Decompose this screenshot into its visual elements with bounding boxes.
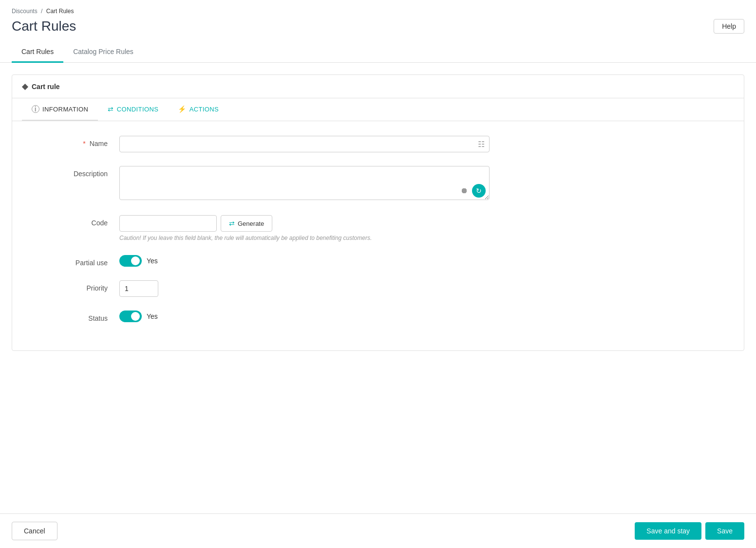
tab-cart-rules[interactable]: Cart Rules <box>12 42 63 63</box>
inner-tab-conditions-label: CONDITIONS <box>117 106 159 113</box>
code-field-control: ⇄ Generate Caution! If you leave this fi… <box>119 215 490 241</box>
breadcrumb-parent[interactable]: Discounts <box>12 8 38 15</box>
page-title: Cart Rules <box>12 18 76 34</box>
name-row: * Name ☷ <box>32 136 724 152</box>
partial-use-row: Partial use Yes <box>32 255 724 267</box>
inner-tab-information-label: INFORMATION <box>42 106 88 113</box>
status-toggle-row: Yes <box>119 311 490 322</box>
textarea-actions: ⏺ ↻ <box>459 184 486 198</box>
status-row: Status Yes <box>32 311 724 322</box>
footer-actions: Cancel Save and stay Save <box>0 513 756 548</box>
name-label: * Name <box>32 136 119 147</box>
name-input-wrapper: ☷ <box>119 136 490 152</box>
card-header: ◆ Cart rule <box>12 75 744 98</box>
power-button[interactable]: ⏺ <box>459 185 469 196</box>
status-slider <box>119 311 142 322</box>
partial-use-toggle[interactable] <box>119 255 142 267</box>
description-label: Description <box>32 166 119 178</box>
code-label: Code <box>32 215 119 227</box>
partial-use-value: Yes <box>147 257 158 265</box>
status-value: Yes <box>147 312 158 320</box>
priority-label: Priority <box>32 280 119 292</box>
priority-input[interactable] <box>119 280 158 297</box>
priority-row: Priority <box>32 280 724 297</box>
save-stay-button[interactable]: Save and stay <box>635 522 701 540</box>
partial-use-toggle-row: Yes <box>119 255 490 267</box>
partial-use-control: Yes <box>119 255 490 267</box>
description-row: Description ⏺ ↻ <box>32 166 724 201</box>
language-icon: ☷ <box>478 140 485 149</box>
cancel-button[interactable]: Cancel <box>12 522 57 540</box>
required-star: * <box>83 140 85 147</box>
header-area: Discounts / Cart Rules Cart Rules Help <box>0 0 756 42</box>
name-input[interactable] <box>119 136 490 152</box>
form-body: * Name ☷ Description <box>12 121 744 350</box>
generate-button[interactable]: ⇄ Generate <box>221 215 272 232</box>
page-title-row: Cart Rules Help <box>12 18 744 42</box>
code-input[interactable] <box>119 215 217 232</box>
status-control: Yes <box>119 311 490 322</box>
footer-right: Save and stay Save <box>635 522 744 540</box>
partial-use-slider <box>119 255 142 267</box>
inner-tabs-bar: i INFORMATION ⇄ CONDITIONS ⚡ ACTIONS <box>12 98 744 121</box>
priority-control <box>119 280 490 297</box>
inner-tab-conditions[interactable]: ⇄ CONDITIONS <box>98 98 168 121</box>
generate-label: Generate <box>238 220 264 227</box>
generate-icon: ⇄ <box>229 219 235 227</box>
caution-text: Caution! If you leave this field blank, … <box>119 235 490 241</box>
description-input-wrapper: ⏺ ↻ <box>119 166 490 201</box>
inner-tab-actions[interactable]: ⚡ ACTIONS <box>168 98 228 121</box>
breadcrumb-separator: / <box>41 8 42 15</box>
code-row-content: ⇄ Generate <box>119 215 490 232</box>
page-wrapper: Discounts / Cart Rules Cart Rules Help C… <box>0 0 756 548</box>
name-field-control: ☷ <box>119 136 490 152</box>
breadcrumb: Discounts / Cart Rules <box>12 8 744 15</box>
main-content: ◆ Cart rule i INFORMATION ⇄ CONDITIONS ⚡… <box>0 63 756 513</box>
save-button[interactable]: Save <box>705 522 744 540</box>
cart-rule-card: ◆ Cart rule i INFORMATION ⇄ CONDITIONS ⚡… <box>12 74 744 351</box>
help-button[interactable]: Help <box>714 19 744 34</box>
inner-tab-information[interactable]: i INFORMATION <box>22 98 98 121</box>
status-label: Status <box>32 311 119 322</box>
main-tabs-bar: Cart Rules Catalog Price Rules <box>0 42 756 63</box>
lightning-icon: ⚡ <box>178 105 186 113</box>
tab-catalog-price-rules[interactable]: Catalog Price Rules <box>63 42 143 63</box>
card-title: Cart rule <box>32 83 60 91</box>
code-row: Code ⇄ Generate Caution! If you leave th… <box>32 215 724 241</box>
description-input[interactable] <box>119 166 490 200</box>
shuffle-icon: ⇄ <box>108 105 113 113</box>
inner-tab-actions-label: ACTIONS <box>189 106 219 113</box>
refresh-button[interactable]: ↻ <box>472 184 486 198</box>
partial-use-label: Partial use <box>32 255 119 267</box>
status-toggle[interactable] <box>119 311 142 322</box>
tag-icon: ◆ <box>22 82 28 91</box>
info-icon: i <box>32 105 39 113</box>
breadcrumb-current: Cart Rules <box>46 8 74 15</box>
description-field-control: ⏺ ↻ <box>119 166 490 201</box>
